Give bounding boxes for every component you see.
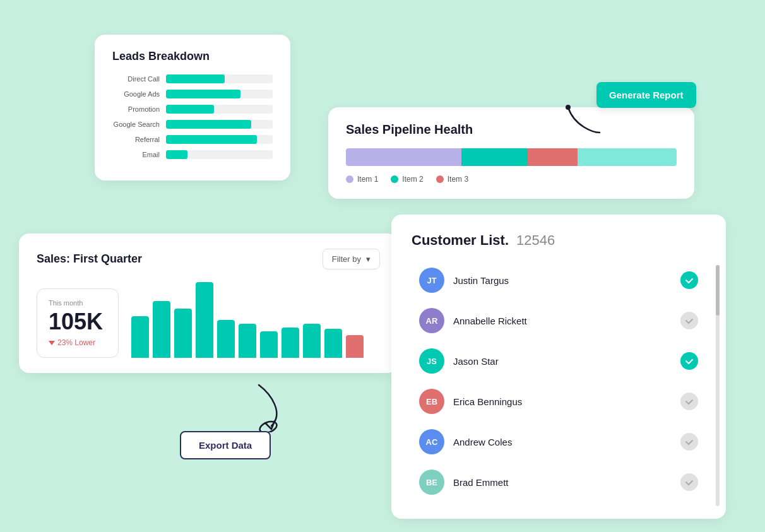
bar-label: Email <box>112 151 160 158</box>
export-arrow <box>234 382 297 432</box>
sales-content: This month 105K 23% Lower <box>37 282 380 358</box>
bar-fill <box>166 90 240 98</box>
customer-name: Andrew Coles <box>453 437 672 447</box>
bar-label: Direct Call <box>112 75 160 83</box>
chart-bar <box>303 324 321 358</box>
chart-bar <box>260 331 278 358</box>
pipeline-segment <box>528 148 578 166</box>
check-icon[interactable] <box>680 473 698 491</box>
chevron-down-icon: ▾ <box>366 254 371 264</box>
customer-name: Brad Emmett <box>453 477 672 488</box>
check-icon[interactable] <box>680 312 698 329</box>
pipeline-segment <box>578 148 677 166</box>
leads-bar-row: Referral <box>112 135 273 144</box>
filter-button[interactable]: Filter by ▾ <box>323 249 380 269</box>
bar-fill <box>166 120 251 129</box>
chart-bar <box>131 316 149 358</box>
customer-list: JT Justin Targus AR Annabelle Rickett JS… <box>412 261 706 501</box>
legend-item: Item 1 <box>346 175 378 184</box>
leads-breakdown-card: Leads Breakdown Direct Call Google Ads P… <box>95 35 290 180</box>
trend-down-icon <box>49 341 55 345</box>
customer-row: AR Annabelle Rickett <box>412 302 706 340</box>
chart-bar <box>174 309 192 358</box>
generate-report-button[interactable]: Generate Report <box>596 82 696 108</box>
bar-label: Google Search <box>112 121 160 128</box>
scrollbar[interactable] <box>716 265 720 506</box>
customer-row: JS Jason Star <box>412 342 706 380</box>
customer-row: AC Andrew Coles <box>412 423 706 461</box>
customer-row: JT Justin Targus <box>412 261 706 299</box>
customer-name: Justin Targus <box>453 275 672 286</box>
sales-title: Sales: First Quarter <box>37 252 142 266</box>
this-month-label: This month <box>49 299 107 307</box>
legend-dot <box>391 175 398 183</box>
bar-fill <box>166 135 257 144</box>
legend-item: Item 2 <box>391 175 423 184</box>
bar-track <box>166 74 273 83</box>
chart-bar <box>217 320 235 358</box>
svg-point-0 <box>566 105 571 110</box>
change-label: 23% Lower <box>57 338 95 347</box>
pipeline-bar <box>346 148 677 166</box>
customer-name: Erica Benningus <box>453 396 672 407</box>
customer-list-title: Customer List. <box>412 232 509 249</box>
pipeline-card: Sales Pipeline Health Item 1 Item 2 Item… <box>328 107 694 199</box>
bar-track <box>166 90 273 98</box>
bar-fill <box>166 105 214 114</box>
chart-bar <box>153 301 170 358</box>
check-icon[interactable] <box>680 352 698 370</box>
leads-bar-row: Direct Call <box>112 74 273 83</box>
chart-bar <box>346 335 364 358</box>
customer-header: Customer List. 12546 <box>412 232 706 249</box>
bar-fill <box>166 150 187 159</box>
pipeline-segment <box>346 148 461 166</box>
bar-label: Google Ads <box>112 90 160 98</box>
pipeline-title: Sales Pipeline Health <box>346 122 677 137</box>
customer-row: EB Erica Benningus <box>412 382 706 420</box>
chart-bar <box>324 329 342 358</box>
avatar: JT <box>419 268 444 293</box>
legend-label: Item 3 <box>448 175 468 184</box>
pipeline-legend: Item 1 Item 2 Item 3 <box>346 175 677 184</box>
sales-card: Sales: First Quarter Filter by ▾ This mo… <box>19 233 398 373</box>
leads-bar-row: Promotion <box>112 105 273 114</box>
customer-name: Annabelle Rickett <box>453 316 672 326</box>
avatar: AC <box>419 429 444 454</box>
leads-title: Leads Breakdown <box>112 50 273 63</box>
avatar: BE <box>419 470 444 495</box>
sales-bar-chart <box>131 282 380 358</box>
legend-dot <box>436 175 444 183</box>
customer-name: Jason Star <box>453 356 672 367</box>
avatar: JS <box>419 348 444 374</box>
avatar: AR <box>419 308 444 333</box>
customer-count: 12546 <box>516 232 555 249</box>
chart-bar <box>282 328 299 358</box>
customer-list-card: Customer List. 12546 JT Justin Targus AR… <box>391 215 726 519</box>
export-data-button[interactable]: Export Data <box>180 431 271 459</box>
legend-label: Item 1 <box>357 175 378 184</box>
legend-label: Item 2 <box>402 175 423 184</box>
bar-track <box>166 150 273 159</box>
customer-row: BE Brad Emmett <box>412 463 706 501</box>
leads-bar-row: Google Ads <box>112 90 273 98</box>
filter-label: Filter by <box>332 254 361 264</box>
legend-dot <box>346 175 353 183</box>
chart-bar <box>196 282 213 358</box>
this-month-box: This month 105K 23% Lower <box>37 288 119 358</box>
bar-label: Promotion <box>112 105 160 113</box>
chart-bar <box>239 324 256 358</box>
bar-track <box>166 135 273 144</box>
bar-fill <box>166 74 225 83</box>
avatar: EB <box>419 389 444 414</box>
check-icon[interactable] <box>680 393 698 410</box>
this-month-value: 105K <box>49 310 107 333</box>
check-icon[interactable] <box>680 433 698 451</box>
check-icon[interactable] <box>680 271 698 289</box>
leads-bar-row: Google Search <box>112 120 273 129</box>
legend-item: Item 3 <box>436 175 468 184</box>
bar-track <box>166 105 273 114</box>
scroll-thumb[interactable] <box>716 265 720 316</box>
leads-bars: Direct Call Google Ads Promotion Google … <box>112 74 273 159</box>
bar-label: Referral <box>112 136 160 143</box>
pipeline-segment <box>461 148 528 166</box>
